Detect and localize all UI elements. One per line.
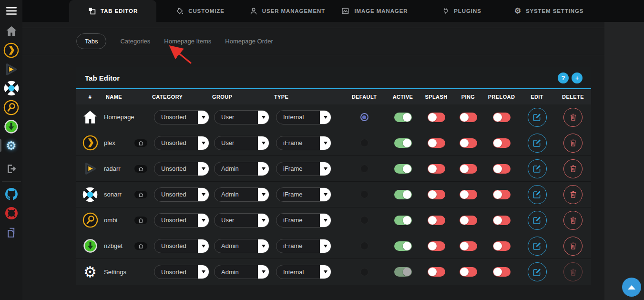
sidebar-item-logout[interactable] [0,159,22,178]
delete-button[interactable] [563,262,583,281]
subnav-item-categories[interactable]: Categories [120,38,150,45]
preload-toggle[interactable] [493,164,511,174]
category-select[interactable]: Unsorted [154,265,209,279]
default-radio[interactable] [360,190,368,198]
type-select[interactable]: iFrame [276,162,331,176]
scroll-top-button[interactable] [622,278,641,297]
top-tab-plugins[interactable]: PLUGINS [418,0,505,22]
ping-toggle[interactable] [460,138,477,148]
category-select[interactable]: Unsorted [154,136,209,150]
sidebar-item-support[interactable] [0,204,22,223]
edit-button[interactable] [528,134,547,153]
preload-toggle[interactable] [493,241,511,251]
top-tab-customize[interactable]: CUSTOMIZE [156,0,244,22]
preload-toggle[interactable] [493,190,511,199]
default-radio[interactable] [360,165,368,173]
ping-toggle[interactable] [460,267,477,277]
preload-toggle[interactable] [493,113,511,122]
group-select[interactable]: User [214,110,269,124]
preload-toggle[interactable] [493,138,511,148]
type-select[interactable]: iFrame [276,187,331,202]
menu-button[interactable] [0,0,22,21]
subnav-item-homepage-items[interactable]: Homepage Items [164,38,211,45]
active-toggle[interactable] [394,113,412,122]
edit-button[interactable] [528,211,547,230]
category-select[interactable]: Unsorted [154,110,209,124]
ping-toggle[interactable] [460,164,477,174]
trash-icon [569,138,578,147]
top-tab-label: CUSTOMIZE [188,8,225,14]
top-tab-image-manager[interactable]: IMAGE MANAGER [331,0,418,22]
sidebar-item-nzbget[interactable] [0,117,22,136]
splash-toggle[interactable] [428,138,445,148]
top-tab-user-management[interactable]: USER MANAGEMENT [244,0,331,22]
add-tab-button[interactable]: + [572,72,583,83]
subnav-item-homepage-order[interactable]: Homepage Order [225,38,273,45]
ping-toggle[interactable] [460,190,477,199]
type-select[interactable]: iFrame [276,136,331,150]
preload-toggle[interactable] [493,267,511,277]
active-toggle[interactable] [394,164,412,174]
sidebar-item-ombi[interactable] [0,98,22,117]
active-toggle[interactable] [394,190,412,199]
default-radio[interactable] [360,139,368,147]
sidebar-item-sonarr[interactable] [0,79,22,98]
group-select[interactable]: User [214,213,269,228]
default-radio[interactable] [360,113,368,121]
sidebar-item-docs[interactable] [0,223,22,242]
type-select[interactable]: iFrame [276,213,331,228]
splash-toggle[interactable] [428,267,445,277]
category-select[interactable]: Unsorted [154,187,209,202]
top-tab-tab-editor[interactable]: TAB EDITOR [69,0,156,22]
default-radio[interactable] [360,268,368,276]
delete-button[interactable] [563,159,583,178]
active-toggle[interactable] [394,241,412,251]
delete-button[interactable] [563,108,583,127]
edit-button[interactable] [528,185,547,204]
preload-toggle[interactable] [493,216,511,225]
delete-button[interactable] [563,134,583,153]
group-select[interactable]: Admin [214,265,269,279]
group-select[interactable]: Admin [214,162,269,176]
active-toggle[interactable] [394,138,412,148]
splash-toggle[interactable] [428,216,445,225]
help-button[interactable]: ? [558,72,569,83]
edit-button[interactable] [528,108,547,127]
delete-button[interactable] [563,185,583,204]
ping-toggle[interactable] [460,216,477,225]
ping-toggle[interactable] [460,113,477,122]
edit-button[interactable] [528,262,547,281]
group-select[interactable]: User [214,136,269,150]
type-select[interactable]: Internal [276,265,331,279]
arrow-up-icon [628,285,635,290]
splash-toggle[interactable] [428,241,445,251]
sidebar-item-settings[interactable]: ⚙ [0,136,22,155]
active-toggle[interactable] [394,267,412,277]
gear-icon: ⚙ [83,265,97,279]
sidebar-item-plex[interactable] [0,41,22,60]
default-radio[interactable] [360,242,368,250]
category-select[interactable]: Unsorted [154,213,209,228]
type-select[interactable]: Internal [276,110,331,124]
delete-button[interactable] [563,237,583,256]
subnav-item-tabs[interactable]: Tabs [76,33,106,49]
type-select[interactable]: iFrame [276,239,331,253]
sidebar-item-home[interactable] [0,21,22,41]
sidebar-item-radarr[interactable] [0,60,22,79]
delete-button[interactable] [563,211,583,230]
group-select[interactable]: Admin [214,239,269,253]
splash-toggle[interactable] [428,190,445,199]
sidebar-item-github[interactable] [0,185,22,204]
splash-toggle[interactable] [428,113,445,122]
group-select[interactable]: Admin [214,187,269,202]
edit-button[interactable] [528,237,547,256]
edit-button[interactable] [528,159,547,178]
home-badge-icon [138,242,143,250]
default-radio[interactable] [360,216,368,224]
category-select[interactable]: Unsorted [154,239,209,253]
splash-toggle[interactable] [428,164,445,174]
active-toggle[interactable] [394,216,412,225]
ping-toggle[interactable] [460,241,477,251]
category-select[interactable]: Unsorted [154,162,209,176]
top-tab-system-settings[interactable]: ⚙SYSTEM SETTINGS [505,0,593,22]
